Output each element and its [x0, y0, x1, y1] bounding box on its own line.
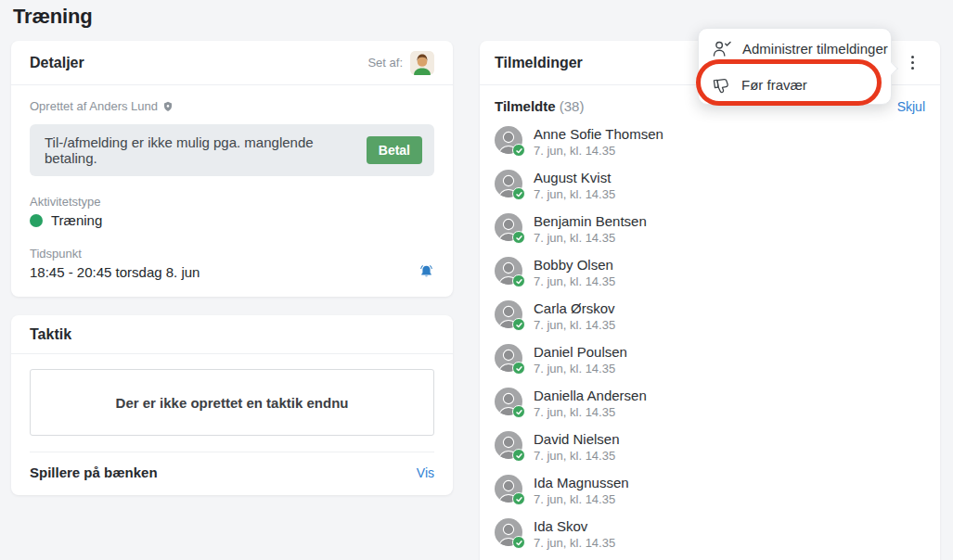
details-card-title: Detaljer	[30, 55, 84, 71]
details-card-body: Oprettet af Anders Lund Til-/afmelding e…	[11, 85, 453, 297]
created-by-text: Oprettet af Anders Lund	[30, 99, 158, 113]
avatar	[495, 388, 522, 415]
check-badge-icon	[512, 405, 525, 418]
attendee-time: 7. jun, kl. 14.35	[534, 536, 615, 550]
details-card: Detaljer Set af: Oprettet af Anders Lund	[11, 41, 453, 297]
attendee-name: August Kvist	[534, 170, 615, 186]
list-item[interactable]: August Kvist 7. jun, kl. 14.35	[480, 163, 940, 207]
bench-label: Spillere på bænken	[30, 465, 158, 480]
registered-label-row: Tilmeldte (38)	[495, 98, 584, 114]
registered-count: (38)	[560, 98, 585, 114]
check-badge-icon	[512, 318, 525, 331]
tactics-card-header: Taktik	[11, 315, 453, 354]
avatar	[410, 51, 434, 75]
attendee-time: 7. jun, kl. 14.35	[534, 449, 620, 463]
attendee-text: Carla Ørskov 7. jun, kl. 14.35	[534, 300, 615, 332]
show-bench-link[interactable]: Vis	[417, 465, 434, 480]
registered-label: Tilmeldte	[495, 98, 556, 114]
avatar	[495, 431, 522, 459]
bench-row: Spillere på bænken Vis	[30, 452, 434, 495]
attendee-text: Daniella Andersen 7. jun, kl. 14.35	[534, 388, 647, 419]
menu-item-label: Før fravær	[741, 77, 807, 93]
avatar	[495, 475, 522, 503]
attendee-time: 7. jun, kl. 14.35	[534, 144, 663, 158]
thumbs-down-icon	[711, 74, 732, 95]
tactics-empty-state: Der er ikke oprettet en taktik endnu	[30, 369, 434, 436]
avatar	[495, 170, 522, 197]
left-column: Detaljer Set af: Oprettet af Anders Lund	[11, 41, 453, 495]
attendee-text: Ida Skov 7. jun, kl. 14.35	[534, 518, 615, 550]
attendee-name: Ida Skov	[534, 518, 615, 535]
details-card-header: Detaljer Set af:	[11, 41, 453, 85]
attendee-time: 7. jun, kl. 14.35	[534, 274, 615, 288]
pay-button[interactable]: Betal	[367, 136, 422, 164]
page-title: Træning	[13, 5, 92, 29]
seen-by-label: Set af:	[367, 56, 403, 70]
attendee-name: David Nielsen	[534, 431, 620, 448]
list-item[interactable]: Daniella Andersen 7. jun, kl. 14.35	[480, 381, 940, 425]
avatar	[495, 126, 522, 154]
check-badge-icon	[512, 274, 525, 287]
attendee-text: Ida Magnussen 7. jun, kl. 14.35	[534, 475, 629, 506]
check-badge-icon	[512, 231, 525, 244]
attendee-text: August Kvist 7. jun, kl. 14.35	[534, 170, 615, 201]
menu-item-label: Administrer tilmeldinger	[742, 41, 888, 57]
attendee-name: Carla Ørskov	[534, 300, 615, 317]
attendee-time: 7. jun, kl. 14.35	[534, 318, 615, 332]
right-column: Tilmeldinger Tilmeldte (38) Skjul	[480, 41, 940, 560]
created-by: Oprettet af Anders Lund	[30, 99, 434, 113]
time-row: 18:45 - 20:45 torsdag 8. jun	[30, 264, 434, 280]
avatar	[495, 257, 522, 285]
attendee-time: 7. jun, kl. 14.35	[534, 362, 627, 375]
list-item[interactable]: Anne Sofie Thomsen 7. jun, kl. 14.35	[480, 120, 940, 163]
avatar	[495, 300, 522, 328]
attendee-text: Daniel Poulsen 7. jun, kl. 14.35	[534, 344, 627, 375]
list-item[interactable]: Benjamin Bentsen 7. jun, kl. 14.35	[480, 207, 940, 250]
attendee-time: 7. jun, kl. 14.35	[534, 231, 647, 245]
context-menu: Administrer tilmeldinger Før fravær	[698, 28, 892, 105]
list-item[interactable]: Ida Magnussen 7. jun, kl. 14.35	[480, 468, 940, 512]
attendee-list: Anne Sofie Thomsen 7. jun, kl. 14.35 Aug…	[480, 120, 940, 555]
seen-by[interactable]: Set af:	[367, 51, 434, 75]
list-item[interactable]: David Nielsen 7. jun, kl. 14.35	[480, 425, 940, 468]
hide-list-link[interactable]: Skjul	[897, 99, 925, 114]
list-item[interactable]: Bobby Olsen 7. jun, kl. 14.35	[480, 250, 940, 294]
check-badge-icon	[512, 449, 525, 462]
kebab-menu-icon[interactable]	[908, 51, 919, 75]
attendee-text: Benjamin Bentsen 7. jun, kl. 14.35	[534, 213, 647, 245]
attendee-name: Bobby Olsen	[534, 257, 615, 274]
activity-type-value-row: Træning	[30, 212, 434, 228]
menu-item-record-absence[interactable]: Før fravær	[699, 67, 891, 103]
attendee-text: Anne Sofie Thomsen 7. jun, kl. 14.35	[534, 126, 663, 158]
activity-type-value: Træning	[51, 212, 102, 228]
attendee-time: 7. jun, kl. 14.35	[534, 405, 647, 419]
avatar	[495, 213, 522, 241]
attendee-name: Benjamin Bentsen	[534, 213, 647, 230]
attendee-text: David Nielsen 7. jun, kl. 14.35	[534, 431, 620, 463]
check-badge-icon	[512, 187, 525, 200]
attendee-name: Daniel Poulsen	[534, 344, 627, 361]
check-badge-icon	[512, 492, 525, 505]
list-item[interactable]: Carla Ørskov 7. jun, kl. 14.35	[480, 294, 940, 337]
attendee-name: Daniella Andersen	[534, 388, 647, 404]
list-item[interactable]: Ida Skov 7. jun, kl. 14.35	[480, 512, 940, 555]
shield-icon	[162, 101, 174, 112]
attendee-name: Anne Sofie Thomsen	[534, 126, 663, 143]
time-value: 18:45 - 20:45 torsdag 8. jun	[30, 264, 200, 280]
activity-type-label: Aktivitetstype	[30, 195, 434, 209]
person-check-icon	[712, 40, 731, 57]
list-item[interactable]: Daniel Poulsen 7. jun, kl. 14.35	[480, 337, 940, 381]
registrations-card-title: Tilmeldinger	[495, 55, 583, 71]
payment-notice-text: Til-/afmelding er ikke mulig pga. mangle…	[45, 134, 367, 166]
registrations-card: Tilmeldinger Tilmeldte (38) Skjul	[480, 41, 940, 560]
attendee-name: Ida Magnussen	[534, 475, 629, 491]
tactics-card-title: Taktik	[30, 326, 71, 343]
notification-bell-icon[interactable]	[419, 264, 434, 280]
attendee-time: 7. jun, kl. 14.35	[534, 187, 615, 201]
menu-item-administer-registrations[interactable]: Administrer tilmeldinger	[699, 31, 891, 67]
check-badge-icon	[512, 362, 525, 375]
payment-notice: Til-/afmelding er ikke mulig pga. mangle…	[30, 124, 434, 176]
avatar	[495, 344, 522, 372]
attendee-text: Bobby Olsen 7. jun, kl. 14.35	[534, 257, 615, 288]
activity-type-dot-icon	[30, 214, 43, 227]
